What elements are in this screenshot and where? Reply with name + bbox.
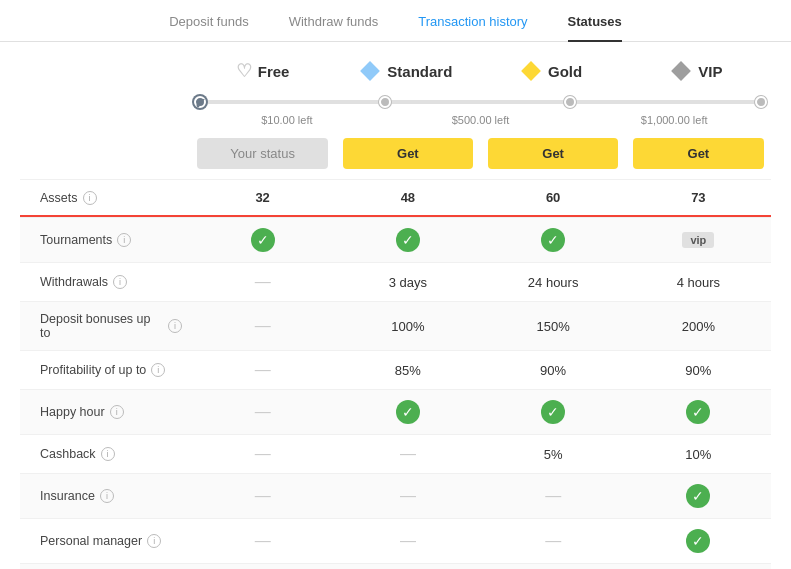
progress-dot-vip bbox=[755, 96, 767, 108]
row-value-7-2: — bbox=[481, 477, 626, 515]
top-navigation: Deposit funds Withdraw funds Transaction… bbox=[0, 0, 791, 42]
row-value-0-2: 60 bbox=[481, 180, 626, 215]
row-value-2-1: 3 days bbox=[335, 265, 480, 300]
row-value-7-0: — bbox=[190, 477, 335, 515]
your-status-button[interactable]: Your status bbox=[197, 138, 328, 169]
row-label-assets: Assets i bbox=[20, 181, 190, 215]
get-gold-button[interactable]: Get bbox=[488, 138, 619, 169]
info-icon: i bbox=[117, 233, 131, 247]
check-icon: ✓ bbox=[541, 400, 565, 424]
row-value-0-3: 73 bbox=[626, 180, 771, 215]
table-row: Personal manager i———✓ bbox=[20, 518, 771, 563]
row-label-profitability-of-up-to: Profitability of up to i bbox=[20, 353, 190, 387]
tab-statuses[interactable]: Statuses bbox=[568, 14, 622, 41]
check-icon: ✓ bbox=[251, 228, 275, 252]
row-label-happy-hour: Happy hour i bbox=[20, 395, 190, 429]
info-icon: i bbox=[151, 363, 165, 377]
row-value-0-0: 32 bbox=[190, 180, 335, 215]
row-value-5-3: ✓ bbox=[626, 390, 771, 434]
assets-value: 48 bbox=[401, 190, 415, 205]
status-table: ♡ Free Standard Gold VIP bbox=[0, 42, 791, 569]
row-label-text: Assets bbox=[40, 191, 78, 205]
tier-free-label: Free bbox=[258, 63, 290, 80]
row-value-3-3: 200% bbox=[626, 309, 771, 344]
row-label-text: Profitability of up to bbox=[40, 363, 146, 377]
diamond-gold-icon bbox=[521, 61, 541, 81]
progress-label-vip: $1,000.00 left bbox=[577, 114, 771, 126]
btn-col-gold: Get bbox=[481, 138, 626, 169]
dash-icon: — bbox=[255, 445, 271, 462]
tab-transaction-history[interactable]: Transaction history bbox=[418, 14, 527, 41]
row-value-8-0: — bbox=[190, 522, 335, 560]
row-value-8-2: — bbox=[481, 522, 626, 560]
progress-dot-free: ✓ bbox=[194, 96, 206, 108]
features-table: Assets i32486073Tournaments i✓✓✓vipWithd… bbox=[20, 179, 771, 569]
tier-gold-label: Gold bbox=[548, 63, 582, 80]
assets-value: 60 bbox=[546, 190, 560, 205]
row-label-deposit-bonuses-up-to: Deposit bonuses up to i bbox=[20, 302, 190, 350]
row-value-8-1: — bbox=[335, 522, 480, 560]
info-icon: i bbox=[100, 489, 114, 503]
row-label-personal-manager: Personal manager i bbox=[20, 524, 190, 558]
tier-free: ♡ Free bbox=[190, 60, 335, 82]
diamond-vip-icon bbox=[671, 61, 691, 81]
info-icon: i bbox=[147, 534, 161, 548]
check-icon: ✓ bbox=[686, 400, 710, 424]
dash-icon: — bbox=[255, 532, 271, 549]
row-value-1-3: vip bbox=[626, 222, 771, 258]
info-icon: i bbox=[113, 275, 127, 289]
row-value-2-0: — bbox=[190, 263, 335, 301]
check-icon: ✓ bbox=[686, 529, 710, 553]
row-value-1-1: ✓ bbox=[335, 218, 480, 262]
row-label-text: Tournaments bbox=[40, 233, 112, 247]
assets-value: 73 bbox=[691, 190, 705, 205]
check-icon: ✓ bbox=[686, 484, 710, 508]
row-label-cashback: Cashback i bbox=[20, 437, 190, 471]
info-icon: i bbox=[101, 447, 115, 461]
row-label-tournaments: Tournaments i bbox=[20, 223, 190, 257]
info-icon: i bbox=[168, 319, 182, 333]
tier-standard-label: Standard bbox=[387, 63, 452, 80]
row-label-text: Insurance bbox=[40, 489, 95, 503]
table-row: Assets i32486073 bbox=[20, 179, 771, 217]
info-icon: i bbox=[110, 405, 124, 419]
dash-icon: — bbox=[545, 532, 561, 549]
btn-col-vip: Get bbox=[626, 138, 771, 169]
tier-header-row: ♡ Free Standard Gold VIP bbox=[20, 42, 771, 90]
dash-icon: — bbox=[255, 273, 271, 290]
row-value-6-2: 5% bbox=[481, 437, 626, 472]
row-value-4-3: 90% bbox=[626, 353, 771, 388]
heart-icon: ♡ bbox=[236, 60, 252, 82]
row-label-text: Cashback bbox=[40, 447, 96, 461]
row-value-6-0: — bbox=[190, 435, 335, 473]
row-value-5-2: ✓ bbox=[481, 390, 626, 434]
row-value-2-2: 24 hours bbox=[481, 265, 626, 300]
row-value-4-0: — bbox=[190, 351, 335, 389]
check-icon: ✓ bbox=[541, 228, 565, 252]
row-value-3-0: — bbox=[190, 307, 335, 345]
tab-withdraw-funds[interactable]: Withdraw funds bbox=[289, 14, 379, 41]
table-row: Insurance i———✓ bbox=[20, 473, 771, 518]
tier-vip-label: VIP bbox=[698, 63, 722, 80]
check-icon: ✓ bbox=[396, 400, 420, 424]
row-value-9-3: ✓ bbox=[626, 564, 771, 569]
get-vip-button[interactable]: Get bbox=[633, 138, 764, 169]
row-label-insurance: Insurance i bbox=[20, 479, 190, 513]
progress-label-standard: $10.00 left bbox=[190, 114, 384, 126]
table-row: Profitability of up to i—85%90%90% bbox=[20, 350, 771, 389]
row-label-text: Withdrawals bbox=[40, 275, 108, 289]
dash-icon: — bbox=[255, 403, 271, 420]
tab-deposit-funds[interactable]: Deposit funds bbox=[169, 14, 249, 41]
tier-gold: Gold bbox=[481, 63, 626, 80]
dash-icon: — bbox=[400, 532, 416, 549]
progress-dot-gold bbox=[564, 96, 576, 108]
buttons-row: Your status Get Get Get bbox=[20, 132, 771, 179]
get-standard-button[interactable]: Get bbox=[343, 138, 474, 169]
tier-standard: Standard bbox=[335, 63, 480, 80]
dash-icon: — bbox=[400, 487, 416, 504]
assets-value: 32 bbox=[255, 190, 269, 205]
row-label-withdrawals: Withdrawals i bbox=[20, 265, 190, 299]
row-value-2-3: 4 hours bbox=[626, 265, 771, 300]
table-row: Deposit bonuses up to i—100%150%200% bbox=[20, 301, 771, 350]
row-value-3-2: 150% bbox=[481, 309, 626, 344]
